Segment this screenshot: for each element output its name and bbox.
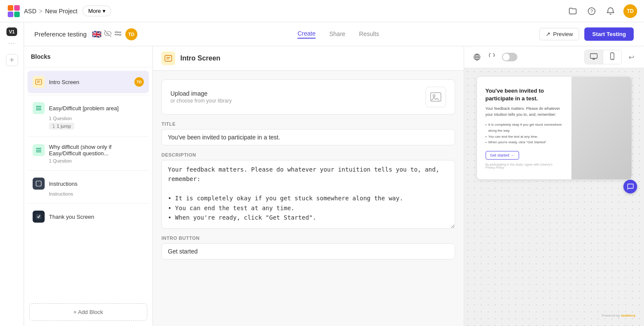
title-field-group: TITLE: [161, 121, 455, 145]
start-testing-button[interactable]: Start Testing: [584, 27, 634, 41]
svg-point-8: [115, 31, 117, 33]
notifications-icon[interactable]: [605, 5, 617, 17]
preview-card-image: [571, 77, 632, 179]
preview-card-left: You've been invited to participate in a …: [477, 77, 571, 179]
globe-icon[interactable]: [471, 51, 483, 63]
add-block-button[interactable]: + Add Block: [29, 303, 147, 321]
edit-panel-header: Intro Screen: [153, 46, 464, 71]
jump-icon: ⤵: [52, 124, 55, 129]
top-nav: ASD > New Project More ▾ ? TD: [0, 0, 644, 22]
svg-rect-3: [14, 12, 20, 17]
why-block-meta: 1 Question: [33, 158, 144, 163]
breadcrumb: ASD > New Project: [24, 8, 77, 15]
svg-rect-2: [8, 12, 13, 17]
app-logo[interactable]: [7, 4, 21, 18]
project-header: Preference testing 🇬🇧 TD Create Share Re…: [24, 22, 644, 46]
preview-button[interactable]: ↗ Preview: [539, 28, 579, 40]
upload-text-main: Upload image: [170, 90, 232, 97]
upload-text-sub: or choose from your library: [170, 98, 232, 104]
instructions-block-icon: [33, 178, 45, 190]
preview-device-buttons: [584, 50, 622, 64]
intro-block-avatar: TD: [134, 77, 144, 87]
main-panels: Blocks Intro Screen TD: [24, 46, 644, 326]
title-input[interactable]: [161, 129, 455, 145]
desktop-view-button[interactable]: [585, 50, 603, 64]
breadcrumb-separator: >: [39, 8, 43, 15]
image-upload-icon: [425, 87, 446, 107]
svg-point-24: [433, 95, 435, 97]
preview-toggle[interactable]: [502, 53, 517, 61]
tab-share[interactable]: Share: [329, 30, 345, 38]
intro-block-title: Intro Screen: [49, 79, 130, 85]
easy-block-title: Easy/Difficult [problem area]: [49, 105, 144, 112]
help-icon[interactable]: ?: [586, 5, 598, 17]
version-sidebar: V1 ··· +: [0, 22, 24, 326]
add-version-button[interactable]: +: [6, 54, 18, 66]
chevron-down-icon: ▾: [103, 8, 106, 14]
svg-point-34: [612, 58, 613, 59]
folder-icon[interactable]: [567, 5, 579, 17]
undo-button[interactable]: ↩: [625, 51, 637, 63]
blocks-header: Blocks: [24, 46, 152, 67]
header-tabs: Create Share Results: [298, 30, 379, 39]
description-textarea[interactable]: Your feedback matters. Please do whateve…: [161, 160, 455, 229]
powered-by: Powered by uxaberry: [602, 314, 635, 317]
svg-rect-20: [36, 214, 41, 219]
svg-rect-30: [590, 54, 597, 58]
eye-off-icon: [104, 30, 112, 39]
preview-toolbar: ↩: [464, 46, 644, 68]
version-badge[interactable]: V1: [6, 27, 17, 36]
block-item-intro[interactable]: Intro Screen TD: [27, 71, 149, 93]
project-collaborator-avatar: TD: [125, 28, 137, 40]
toggle-knob: [503, 54, 510, 60]
external-link-icon: ↗: [546, 31, 550, 37]
title-label: TITLE: [161, 121, 455, 127]
intro-block-icon: [33, 76, 45, 88]
button-input[interactable]: [161, 243, 455, 260]
preview-card-title: You've been invited to participate in a …: [486, 87, 563, 103]
preview-card-desc: Your feedback matters. Please do whateve…: [486, 106, 563, 118]
block-item-easy-difficult[interactable]: Easy/Difficult [problem area] 1 Question…: [27, 97, 149, 135]
instructions-block-meta: Instructions: [33, 191, 144, 196]
preview-card-footer: By participating in this study I agree w…: [486, 163, 563, 169]
edit-panel-block-icon: [161, 51, 175, 65]
description-field-group: DESCRIPTION Your feedback matters. Pleas…: [161, 152, 455, 229]
svg-rect-19: [36, 181, 41, 186]
user-avatar[interactable]: TD: [623, 4, 637, 18]
instructions-block-title: Instructions: [49, 181, 144, 187]
preview-card: You've been invited to participate in a …: [477, 77, 632, 179]
description-label: DESCRIPTION: [161, 152, 455, 157]
preview-card-bullets: • It is completely okay if you get stuck…: [486, 122, 563, 145]
more-button[interactable]: More ▾: [82, 6, 111, 16]
blocks-panel: Blocks Intro Screen TD: [24, 46, 153, 326]
flag-gb-icon: 🇬🇧: [92, 30, 101, 39]
comment-bubble[interactable]: [623, 180, 637, 193]
version-dots[interactable]: ···: [8, 39, 15, 47]
svg-rect-10: [36, 79, 42, 85]
tab-create[interactable]: Create: [298, 30, 316, 39]
block-item-instructions[interactable]: Instructions Instructions: [27, 172, 149, 202]
block-item-why-difficult[interactable]: Why difficult (show only if Easy/Difficu…: [27, 139, 149, 169]
svg-rect-1: [14, 5, 20, 11]
tab-results[interactable]: Results: [359, 30, 379, 38]
preview-panel: ↩ You've been invited to participate in …: [464, 46, 644, 326]
breadcrumb-current: New Project: [45, 8, 77, 15]
breadcrumb-parent[interactable]: ASD: [24, 8, 36, 15]
edit-panel: Intro Screen Upload image or choose from…: [153, 46, 464, 326]
button-field-group: INTRO BUTTON: [161, 235, 455, 260]
upload-image-area[interactable]: Upload image or choose from your library: [161, 79, 455, 115]
svg-rect-0: [8, 5, 13, 11]
why-block-icon: [33, 144, 45, 156]
content-area: Preference testing 🇬🇧 TD Create Share Re…: [24, 22, 644, 326]
mobile-view-button[interactable]: [603, 50, 621, 64]
refresh-icon[interactable]: [486, 51, 498, 63]
block-item-thank-you[interactable]: Thank you Screen: [27, 205, 149, 228]
project-flags: 🇬🇧: [92, 30, 122, 39]
easy-block-jump: ⤵ 1 jump: [49, 123, 74, 130]
svg-text:?: ?: [590, 9, 593, 14]
easy-block-meta: 1 Question: [33, 116, 144, 121]
settings-icon: [114, 30, 122, 39]
header-actions: ↗ Preview Start Testing: [539, 27, 634, 41]
preview-get-started-button[interactable]: Get started →: [486, 151, 519, 160]
svg-point-9: [119, 34, 121, 36]
